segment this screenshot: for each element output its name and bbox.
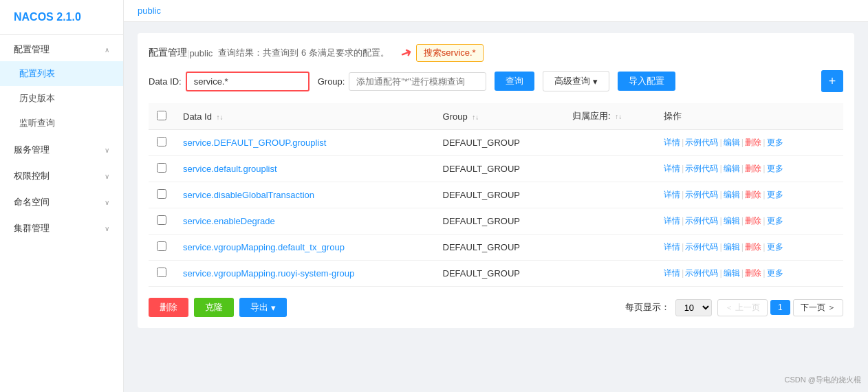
- action-edit-0[interactable]: 编辑: [724, 137, 740, 149]
- row-checkbox-cell: [149, 182, 175, 208]
- delete-button[interactable]: 删除: [149, 298, 188, 317]
- action-edit-4[interactable]: 编辑: [724, 241, 740, 253]
- action-edit-2[interactable]: 编辑: [724, 189, 740, 201]
- row-group: DEFAULT_GROUP: [435, 261, 565, 287]
- row-checkbox-2[interactable]: [157, 189, 166, 199]
- action-example-5[interactable]: 示例代码: [685, 268, 718, 279]
- row-data-id: service.vgroupMapping.ruoyi-system-group: [175, 261, 435, 287]
- row-checkbox-4[interactable]: [157, 241, 166, 251]
- import-config-button[interactable]: 导入配置: [618, 72, 675, 91]
- search-button[interactable]: 查询: [495, 72, 534, 91]
- breadcrumb-bar: public: [124, 0, 868, 22]
- row-data-id: service.vgroupMapping.default_tx_group: [175, 235, 435, 261]
- group-input[interactable]: [349, 72, 486, 91]
- table-row: service.vgroupMapping.default_tx_group D…: [149, 235, 843, 261]
- sort-icon-group[interactable]: ↑↓: [472, 113, 479, 121]
- action-edit-5[interactable]: 编辑: [724, 268, 740, 279]
- row-data-id: service.enableDegrade: [175, 208, 435, 235]
- content-area: 配置管理 | public 查询结果：共查询到 6 条满足要求的配置。 ➜ 搜索…: [124, 22, 868, 392]
- sidebar-item-config-list[interactable]: 配置列表: [0, 61, 123, 86]
- clone-button[interactable]: 克隆: [194, 298, 234, 317]
- action-example-1[interactable]: 示例代码: [685, 163, 718, 175]
- action-detail-4[interactable]: 详情: [664, 241, 680, 253]
- data-id-input[interactable]: [186, 72, 310, 91]
- sidebar-group-config: 配置管理 ∧ 配置列表 历史版本 监听查询: [0, 35, 123, 135]
- next-page-button[interactable]: 下一页 ＞: [793, 299, 843, 316]
- action-delete-2[interactable]: 删除: [745, 189, 761, 201]
- data-id-link-2[interactable]: service.disableGlobalTransaction: [183, 190, 314, 200]
- row-app: [564, 208, 655, 235]
- page-1-button[interactable]: 1: [770, 300, 790, 315]
- prev-page-button[interactable]: ＜ 上一页: [717, 299, 768, 316]
- annotation-text: 搜索service.*: [416, 44, 484, 62]
- row-data-id: service.default.grouplist: [175, 156, 435, 182]
- action-example-0[interactable]: 示例代码: [685, 137, 718, 149]
- action-more-2[interactable]: 更多: [767, 189, 783, 201]
- action-more-1[interactable]: 更多: [767, 163, 783, 175]
- page-header: 配置管理 | public 查询结果：共查询到 6 条满足要求的配置。 ➜ 搜索…: [149, 44, 843, 62]
- row-checkbox-5[interactable]: [157, 268, 166, 277]
- action-delete-0[interactable]: 删除: [745, 137, 761, 149]
- table-header-row: Data Id ↑↓ Group ↑↓ 归属应用: ↑↓ 操作: [149, 103, 843, 130]
- action-detail-5[interactable]: 详情: [664, 268, 680, 279]
- action-detail-1[interactable]: 详情: [664, 163, 680, 175]
- page-title: 配置管理: [149, 47, 187, 59]
- select-all-checkbox[interactable]: [157, 111, 166, 120]
- sidebar-group-cluster-title[interactable]: 集群管理 ∨: [0, 214, 123, 240]
- sort-icon-data-id[interactable]: ↑↓: [217, 113, 224, 121]
- sidebar-group-service-title[interactable]: 服务管理 ∨: [0, 135, 123, 162]
- row-app: [564, 130, 655, 156]
- action-example-2[interactable]: 示例代码: [685, 189, 718, 201]
- row-data-id: service.DEFAULT_GROUP.grouplist: [175, 130, 435, 156]
- action-more-0[interactable]: 更多: [767, 137, 783, 149]
- data-id-link-1[interactable]: service.default.grouplist: [183, 164, 277, 174]
- col-actions: 操作: [655, 103, 843, 130]
- sidebar-item-listen-query[interactable]: 监听查询: [0, 111, 123, 135]
- sidebar-menu: 配置管理 ∧ 配置列表 历史版本 监听查询 服务管理 ∨ 权限控制 ∨ 命名空间…: [0, 35, 123, 392]
- action-edit-1[interactable]: 编辑: [724, 163, 740, 175]
- sidebar-group-auth-title[interactable]: 权限控制 ∨: [0, 162, 123, 188]
- data-id-link-0[interactable]: service.DEFAULT_GROUP.grouplist: [183, 138, 326, 148]
- add-config-button[interactable]: +: [821, 70, 843, 92]
- action-more-3[interactable]: 更多: [767, 215, 783, 227]
- row-checkbox-3[interactable]: [157, 215, 166, 225]
- row-checkbox-1[interactable]: [157, 163, 166, 173]
- chevron-down-icon-service: ∨: [105, 146, 109, 154]
- row-checkbox-cell: [149, 261, 175, 287]
- action-detail-2[interactable]: 详情: [664, 189, 680, 201]
- row-checkbox-cell: [149, 156, 175, 182]
- action-more-4[interactable]: 更多: [767, 241, 783, 253]
- sidebar-group-namespace-title[interactable]: 命名空间 ∨: [0, 188, 123, 214]
- breadcrumb-public-tab[interactable]: public: [138, 6, 161, 16]
- action-detail-3[interactable]: 详情: [664, 215, 680, 227]
- action-example-4[interactable]: 示例代码: [685, 241, 718, 253]
- per-page-select[interactable]: 10 20 50: [675, 299, 712, 316]
- action-delete-4[interactable]: 删除: [745, 241, 761, 253]
- col-data-id: Data Id ↑↓: [175, 103, 435, 130]
- row-group: DEFAULT_GROUP: [435, 182, 565, 208]
- annotation: ➜ 搜索service.*: [400, 44, 484, 62]
- sidebar-group-config-title[interactable]: 配置管理 ∧: [0, 35, 123, 61]
- row-app: [564, 235, 655, 261]
- action-delete-1[interactable]: 删除: [745, 163, 761, 175]
- data-id-link-4[interactable]: service.vgroupMapping.default_tx_group: [183, 242, 345, 252]
- chevron-down-icon-cluster: ∨: [105, 225, 109, 232]
- export-button[interactable]: 导出 ▾: [239, 298, 287, 317]
- action-more-5[interactable]: 更多: [767, 268, 783, 279]
- action-example-3[interactable]: 示例代码: [685, 215, 718, 227]
- action-edit-3[interactable]: 编辑: [724, 215, 740, 227]
- sort-icon-app[interactable]: ↑↓: [615, 113, 622, 120]
- sidebar-item-history[interactable]: 历史版本: [0, 86, 123, 111]
- action-detail-0[interactable]: 详情: [664, 137, 680, 149]
- main-content: public 配置管理 | public 查询结果：共查询到 6 条满足要求的配…: [124, 0, 868, 392]
- row-actions: 详情 | 示例代码 | 编辑 | 删除 | 更多: [655, 261, 843, 287]
- data-id-link-5[interactable]: service.vgroupMapping.ruoyi-system-group: [183, 268, 354, 279]
- chevron-down-icon-auth: ∨: [105, 173, 109, 180]
- chevron-down-icon-namespace: ∨: [105, 199, 109, 206]
- action-delete-5[interactable]: 删除: [745, 268, 761, 279]
- row-checkbox-0[interactable]: [157, 137, 166, 146]
- action-delete-3[interactable]: 删除: [745, 215, 761, 227]
- advanced-search-button[interactable]: 高级查询 ▾: [543, 71, 609, 91]
- export-dropdown-icon: ▾: [271, 303, 276, 313]
- data-id-link-3[interactable]: service.enableDegrade: [183, 216, 275, 226]
